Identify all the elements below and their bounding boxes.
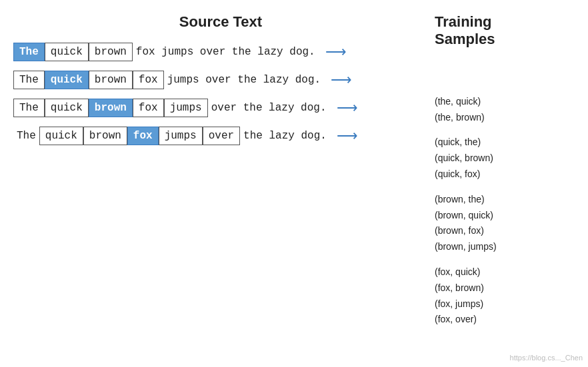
- samples-block-4: (fox, quick)(fox, brown)(fox, jumps)(fox…: [435, 264, 497, 328]
- arrow-row3: ⟶: [337, 99, 358, 117]
- word-brown-row3: brown: [89, 99, 133, 117]
- row-pair-3: Thequickbrownfoxjumps over the lazy dog.…: [13, 99, 435, 117]
- sample-text: (quick, brown): [435, 151, 497, 167]
- sample-text: (the, brown): [435, 110, 497, 126]
- rows-area: Thequickbrown fox jumps over the lazy do…: [7, 43, 435, 145]
- word-fox-row2: fox: [133, 71, 164, 89]
- word-jumps-row4: jumps: [159, 127, 203, 145]
- sample-text: (the, quick): [435, 94, 497, 110]
- row-pair-2: Thequickbrownfox jumps over the lazy dog…: [13, 71, 435, 89]
- word-the-row1: The: [13, 43, 45, 61]
- word-the-row3: The: [13, 99, 45, 117]
- sample-text: (brown, jumps): [435, 239, 497, 255]
- sample-text: (fox, quick): [435, 264, 497, 280]
- samples-block-1: (the, quick)(the, brown): [435, 94, 497, 126]
- sample-text: (quick, fox): [435, 167, 497, 183]
- sample-text: (brown, fox): [435, 223, 497, 239]
- word-quick-row4: quick: [39, 127, 83, 145]
- sample-text: (brown, the): [435, 192, 497, 208]
- sample-text: (fox, over): [435, 312, 497, 328]
- word-brown-row4: brown: [83, 127, 127, 145]
- arrow-row4: ⟶: [337, 127, 358, 145]
- word-quick-row3: quick: [45, 99, 89, 117]
- word-jumps-row3: jumps: [164, 99, 208, 117]
- plain-after-row2: jumps over the lazy dog.: [164, 71, 324, 89]
- plain-after-row4: the lazy dog.: [240, 127, 330, 145]
- sample-text: (quick, the): [435, 135, 497, 151]
- words-row-3: Thequickbrownfoxjumps over the lazy dog.…: [13, 99, 370, 117]
- word-plain-the-row4: The: [13, 127, 39, 145]
- words-row-2: Thequickbrownfox jumps over the lazy dog…: [13, 71, 364, 89]
- word-brown-row1: brown: [89, 43, 133, 61]
- word-over-row4: over: [203, 127, 240, 145]
- word-quick-row2: quick: [45, 71, 89, 89]
- word-the-row2: The: [13, 71, 45, 89]
- word-fox-row3: fox: [133, 99, 164, 117]
- plain-after-row3: over the lazy dog.: [208, 99, 330, 117]
- training-samples-area: (the, quick)(the, brown)(quick, the)(qui…: [435, 49, 497, 328]
- arrow-row2: ⟶: [331, 71, 352, 89]
- arrow-row1: ⟶: [325, 43, 347, 61]
- word-brown-row2: brown: [89, 71, 133, 89]
- word-quick-row1: quick: [45, 43, 89, 61]
- training-samples-title: TrainingSamples: [435, 13, 495, 49]
- source-text-title: Source Text: [179, 13, 262, 31]
- word-fox-row4: fox: [127, 127, 159, 145]
- samples-block-3: (brown, the)(brown, quick)(brown, fox)(b…: [435, 192, 497, 255]
- sample-text: (brown, quick): [435, 208, 497, 224]
- sample-text: (fox, brown): [435, 280, 497, 296]
- samples-block-2: (quick, the)(quick, brown)(quick, fox): [435, 135, 497, 182]
- watermark: https://blog.cs..._Chen: [510, 354, 583, 362]
- words-row-1: Thequickbrown fox jumps over the lazy do…: [13, 43, 359, 61]
- sample-text: (fox, jumps): [435, 296, 497, 312]
- words-row-4: Thequickbrownfoxjumpsover the lazy dog.⟶: [13, 127, 370, 145]
- plain-after-row1: fox jumps over the lazy dog.: [133, 43, 319, 61]
- row-pair-4: Thequickbrownfoxjumpsover the lazy dog.⟶: [13, 127, 435, 145]
- row-pair-1: Thequickbrown fox jumps over the lazy do…: [13, 43, 435, 61]
